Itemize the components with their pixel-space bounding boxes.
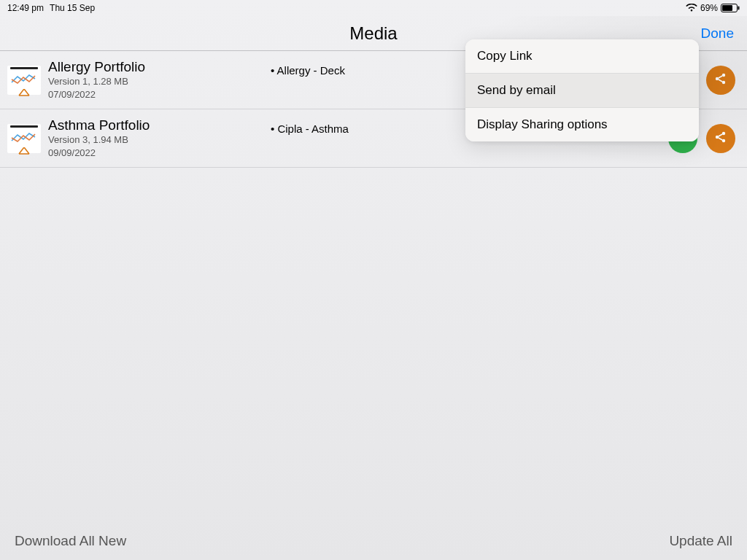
media-date: 07/09/2022: [48, 88, 271, 101]
svg-line-11: [719, 134, 722, 136]
presentation-thumbnail-icon: [7, 66, 41, 95]
share-icon: [713, 130, 728, 147]
page-title: Media: [349, 23, 397, 44]
popover-item-sharing-options[interactable]: Display Sharing options: [465, 107, 699, 141]
svg-rect-1: [722, 5, 732, 11]
popover-item-copy-link[interactable]: Copy Link: [465, 39, 699, 73]
bottom-toolbar: Download All New Update All: [0, 522, 747, 560]
media-version: Version 3, 1.94 MB: [48, 133, 271, 147]
svg-line-7: [719, 79, 722, 82]
media-title: Allergy Portfolio: [48, 59, 271, 76]
svg-line-6: [719, 76, 722, 78]
share-button[interactable]: [706, 124, 735, 153]
download-all-button[interactable]: Download All New: [15, 533, 126, 549]
media-date: 09/09/2022: [48, 147, 271, 160]
status-date: Thu 15 Sep: [50, 3, 95, 13]
update-all-button[interactable]: Update All: [669, 533, 732, 549]
media-version: Version 1, 1.28 MB: [48, 75, 271, 88]
popover-item-send-email[interactable]: Send by email: [465, 73, 699, 107]
status-time: 12:49 pm: [7, 3, 44, 13]
battery-icon: [721, 4, 740, 12]
wifi-icon: [686, 4, 697, 12]
status-bar: 12:49 pm Thu 15 Sep 69%: [0, 0, 747, 16]
share-icon: [713, 71, 728, 89]
svg-rect-2: [738, 7, 740, 10]
share-popover: Copy Link Send by email Display Sharing …: [465, 39, 699, 141]
done-button[interactable]: Done: [701, 26, 734, 42]
presentation-thumbnail-icon: [7, 124, 41, 153]
share-button[interactable]: [706, 66, 735, 95]
media-title: Asthma Portfolio: [48, 117, 271, 134]
status-battery-pct: 69%: [700, 3, 718, 13]
svg-line-12: [719, 138, 722, 140]
